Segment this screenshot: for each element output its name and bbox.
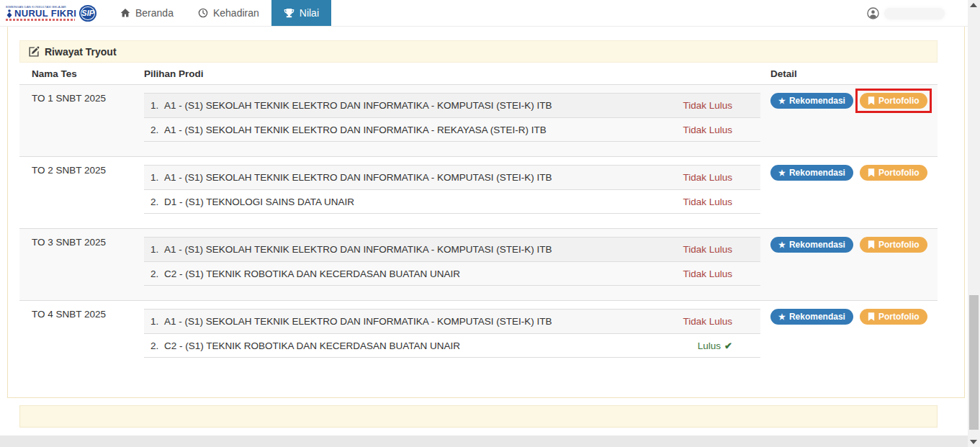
prodi-choice: 2. A1 - (S1) SEKOLAH TEKNIK ELEKTRO DAN …: [144, 117, 760, 142]
prodi-name: A1 - (S1) SEKOLAH TEKNIK ELEKTRO DAN INF…: [164, 316, 552, 327]
panel-title: Riwayat Tryout: [45, 46, 117, 58]
logo: BIMBINGAN DAN KONSULTASI BELAJAR NURUL F…: [6, 5, 79, 21]
star-icon: ★: [778, 241, 786, 249]
detail-cell: ★Rekomendasi Portofolio: [770, 157, 938, 228]
status-label: Tidak Lulus✔: [683, 197, 760, 207]
col-header-nama-tes: Nama Tes: [19, 68, 144, 79]
prodi-choice-list: 1. A1 - (S1) SEKOLAH TEKNIK ELEKTRO DAN …: [144, 165, 760, 214]
check-icon: ✔: [724, 340, 732, 351]
logo-name: NURUL FIKRI: [6, 9, 79, 18]
prodi-name: C2 - (S1) TEKNIK ROBOTIKA DAN KECERDASAN…: [164, 340, 460, 351]
status-label: Lulus✔: [698, 340, 760, 351]
prodi-name: D1 - (S1) TEKNOLOGI SAINS DATA UNAIR: [164, 197, 354, 207]
table-row: TO 1 SNBT 2025 1. A1 - (S1) SEKOLAH TEKN…: [19, 84, 938, 156]
prodi-choice: 1. A1 - (S1) SEKOLAH TEKNIK ELEKTRO DAN …: [144, 309, 760, 333]
status-label: Tidak Lulus✔: [683, 125, 760, 135]
edit-icon: [29, 46, 40, 57]
detail-cell: ★Rekomendasi Portofolio: [770, 85, 938, 156]
page-bottom-background: [0, 435, 968, 447]
prodi-choice-list: 1. A1 - (S1) SEKOLAH TEKNIK ELEKTRO DAN …: [144, 93, 760, 142]
prodi-name: A1 - (S1) SEKOLAH TEKNIK ELEKTRO DAN INF…: [164, 244, 552, 255]
logo-tagline: [6, 19, 75, 21]
portofolio-highlight-box: Portofolio: [860, 93, 927, 109]
rekomendasi-button[interactable]: ★Rekomendasi: [770, 237, 853, 253]
sip-badge: SIP: [81, 6, 95, 20]
nav-item-kehadiran[interactable]: Kehadiran: [186, 0, 271, 26]
prodi-choice: 2. C2 - (S1) TEKNIK ROBOTIKA DAN KECERDA…: [144, 333, 760, 358]
test-name: TO 4 SNBT 2025: [19, 301, 144, 372]
status-label: Tidak Lulus✔: [683, 244, 760, 255]
scroll-up-arrow[interactable]: [970, 3, 977, 7]
panel-header-riwayat-tryout: Riwayat Tryout: [19, 40, 938, 63]
prodi-choice-list: 1. A1 - (S1) SEKOLAH TEKNIK ELEKTRO DAN …: [144, 237, 760, 286]
logo-person-icon: [6, 9, 13, 18]
bookmark-icon: [868, 168, 875, 177]
col-header-detail: Detail: [770, 68, 938, 79]
next-panel-header: [19, 405, 938, 428]
prodi-name: A1 - (S1) SEKOLAH TEKNIK ELEKTRO DAN INF…: [164, 100, 552, 111]
test-name: TO 2 SNBT 2025: [19, 157, 144, 228]
portofolio-wrap: Portofolio: [860, 165, 927, 181]
table-row: TO 4 SNBT 2025 1. A1 - (S1) SEKOLAH TEKN…: [19, 300, 938, 372]
bookmark-icon: [868, 240, 875, 249]
detail-cell: ★Rekomendasi Portofolio: [770, 301, 938, 372]
portofolio-button[interactable]: Portofolio: [860, 165, 927, 181]
user-menu[interactable]: [867, 0, 945, 27]
main-menu: Beranda Kehadiran Nilai: [108, 0, 331, 26]
logo-top-text: BIMBINGAN DAN KONSULTASI BELAJAR: [6, 5, 66, 8]
user-avatar-icon: [867, 7, 879, 19]
table-header-row: Nama Tes Pilihan Prodi Detail: [19, 63, 938, 84]
prodi-name: A1 - (S1) SEKOLAH TEKNIK ELEKTRO DAN INF…: [164, 172, 552, 183]
prodi-choice: 1. A1 - (S1) SEKOLAH TEKNIK ELEKTRO DAN …: [144, 237, 760, 261]
home-icon: [120, 8, 130, 18]
portofolio-wrap: Portofolio: [860, 309, 927, 325]
clock-icon: [198, 8, 208, 18]
status-label: Tidak Lulus✔: [683, 100, 760, 111]
star-icon: ★: [778, 97, 786, 105]
page: BIMBINGAN DAN KONSULTASI BELAJAR NURUL F…: [0, 0, 980, 447]
test-name: TO 3 SNBT 2025: [19, 229, 144, 300]
bookmark-icon: [868, 96, 875, 105]
portofolio-wrap: Portofolio: [860, 237, 927, 253]
col-header-pilihan-prodi: Pilihan Prodi: [144, 68, 770, 79]
status-label: Tidak Lulus✔: [683, 316, 760, 327]
user-name-redacted: [884, 8, 945, 19]
prodi-name: A1 - (S1) SEKOLAH TEKNIK ELEKTRO DAN INF…: [164, 125, 547, 135]
prodi-choice-list: 1. A1 - (S1) SEKOLAH TEKNIK ELEKTRO DAN …: [144, 309, 760, 358]
portofolio-button[interactable]: Portofolio: [860, 237, 927, 253]
status-label: Tidak Lulus✔: [683, 172, 760, 183]
scrollbar-thumb[interactable]: [969, 295, 979, 430]
prodi-name: C2 - (S1) TEKNIK ROBOTIKA DAN KECERDASAN…: [164, 268, 460, 279]
trophy-icon: [284, 8, 295, 19]
nav-item-beranda[interactable]: Beranda: [108, 0, 186, 26]
detail-cell: ★Rekomendasi Portofolio: [770, 229, 938, 300]
portofolio-button[interactable]: Portofolio: [860, 309, 927, 325]
prodi-choice: 2. D1 - (S1) TEKNOLOGI SAINS DATA UNAIR …: [144, 189, 760, 214]
vertical-scrollbar[interactable]: [968, 0, 980, 447]
rekomendasi-button[interactable]: ★Rekomendasi: [770, 309, 853, 325]
rekomendasi-button[interactable]: ★Rekomendasi: [770, 165, 853, 181]
top-navbar: BIMBINGAN DAN KONSULTASI BELAJAR NURUL F…: [0, 0, 968, 27]
logo-link[interactable]: BIMBINGAN DAN KONSULTASI BELAJAR NURUL F…: [0, 0, 95, 26]
status-label: Tidak Lulus✔: [683, 268, 760, 279]
table-row: TO 2 SNBT 2025 1. A1 - (S1) SEKOLAH TEKN…: [19, 156, 938, 228]
portofolio-button[interactable]: Portofolio: [860, 93, 927, 109]
prodi-choice: 1. A1 - (S1) SEKOLAH TEKNIK ELEKTRO DAN …: [144, 165, 760, 189]
star-icon: ★: [778, 169, 786, 177]
bookmark-icon: [868, 312, 875, 321]
star-icon: ★: [778, 313, 786, 321]
prodi-choice: 2. C2 - (S1) TEKNIK ROBOTIKA DAN KECERDA…: [144, 261, 760, 286]
scroll-down-arrow[interactable]: [970, 440, 977, 444]
prodi-choice: 1. A1 - (S1) SEKOLAH TEKNIK ELEKTRO DAN …: [144, 93, 760, 117]
nav-item-nilai[interactable]: Nilai: [271, 0, 331, 26]
rekomendasi-button[interactable]: ★Rekomendasi: [770, 93, 853, 109]
test-name: TO 1 SNBT 2025: [19, 85, 144, 156]
table-row: TO 3 SNBT 2025 1. A1 - (S1) SEKOLAH TEKN…: [19, 228, 938, 300]
